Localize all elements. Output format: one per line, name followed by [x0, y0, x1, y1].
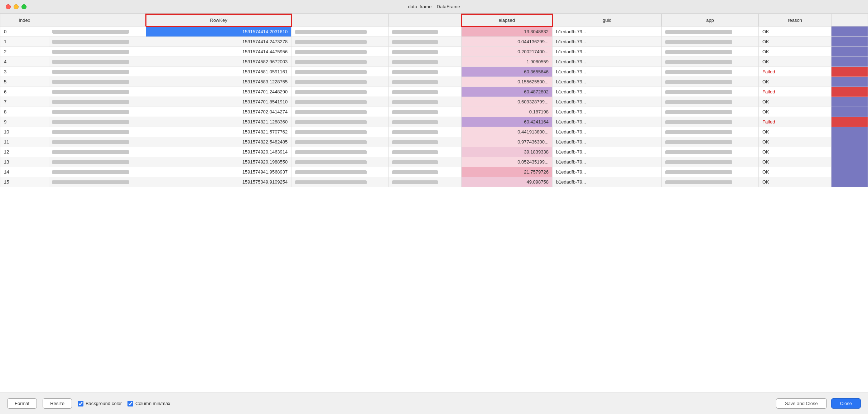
cell-reason[interactable]: OK: [758, 177, 831, 187]
cell-guid[interactable]: b1edadfb-79...: [552, 137, 661, 147]
cell-index[interactable]: 1: [0, 37, 49, 47]
cell-rowkey[interactable]: 1591575049.9109254: [146, 177, 291, 187]
cell-rowkey[interactable]: 1591574583.1228755: [146, 77, 291, 87]
table-row[interactable]: 151591575049.910925449.098758b1edadfb-79…: [0, 177, 868, 187]
cell-elapsed[interactable]: 0.441913800...: [461, 127, 552, 137]
cell-col1[interactable]: [49, 137, 146, 147]
cell-last[interactable]: [831, 37, 868, 47]
cell-last[interactable]: [831, 107, 868, 117]
cell-col3[interactable]: [389, 177, 461, 187]
cell-last[interactable]: [831, 87, 868, 97]
table-row[interactable]: 101591574821.57077620.441913800...b1edad…: [0, 127, 868, 137]
cell-app[interactable]: [661, 87, 758, 97]
cell-reason[interactable]: OK: [758, 157, 831, 167]
cell-app[interactable]: [661, 167, 758, 177]
cell-col2[interactable]: [291, 77, 389, 87]
cell-app[interactable]: [661, 47, 758, 57]
cell-col3[interactable]: [389, 26, 461, 37]
cell-elapsed[interactable]: 0.044136299...: [461, 37, 552, 47]
cell-col1[interactable]: [49, 57, 146, 67]
cell-rowkey[interactable]: 1591574581.0591161: [146, 67, 291, 77]
cell-col2[interactable]: [291, 157, 389, 167]
cell-rowkey[interactable]: 1591574701.2448290: [146, 87, 291, 97]
cell-col2[interactable]: [291, 87, 389, 97]
cell-index[interactable]: 11: [0, 137, 49, 147]
cell-reason[interactable]: OK: [758, 77, 831, 87]
cell-app[interactable]: [661, 177, 758, 187]
cell-rowkey[interactable]: 1591574701.8541910: [146, 97, 291, 107]
cell-index[interactable]: 5: [0, 77, 49, 87]
cell-last[interactable]: [831, 177, 868, 187]
cell-reason[interactable]: OK: [758, 37, 831, 47]
cell-guid[interactable]: b1edadfb-79...: [552, 167, 661, 177]
cell-reason[interactable]: Failed: [758, 67, 831, 77]
cell-index[interactable]: 8: [0, 107, 49, 117]
cell-app[interactable]: [661, 26, 758, 37]
cell-col3[interactable]: [389, 67, 461, 77]
table-row[interactable]: 31591574581.059116160.3655646b1edadfb-79…: [0, 67, 868, 77]
cell-col1[interactable]: [49, 117, 146, 127]
minimize-button[interactable]: [14, 4, 19, 9]
cell-last[interactable]: [831, 97, 868, 107]
cell-elapsed[interactable]: 13.3048832: [461, 26, 552, 37]
table-container[interactable]: Index RowKey elapsed guid app reason 015…: [0, 14, 868, 393]
cell-rowkey[interactable]: 1591574821.1288360: [146, 117, 291, 127]
cell-guid[interactable]: b1edadfb-79...: [552, 57, 661, 67]
bg-color-checkbox-label[interactable]: Background color: [78, 401, 122, 406]
cell-rowkey[interactable]: 1591574414.2473278: [146, 37, 291, 47]
cell-last[interactable]: [831, 67, 868, 77]
cell-index[interactable]: 14: [0, 167, 49, 177]
cell-index[interactable]: 15: [0, 177, 49, 187]
table-row[interactable]: 61591574701.244829060.4872802b1edadfb-79…: [0, 87, 868, 97]
cell-col1[interactable]: [49, 47, 146, 57]
cell-last[interactable]: [831, 167, 868, 177]
cell-col3[interactable]: [389, 127, 461, 137]
cell-elapsed[interactable]: 21.7579726: [461, 167, 552, 177]
cell-guid[interactable]: b1edadfb-79...: [552, 127, 661, 137]
cell-elapsed[interactable]: 1.9080559: [461, 57, 552, 67]
cell-col2[interactable]: [291, 167, 389, 177]
cell-col2[interactable]: [291, 127, 389, 137]
cell-index[interactable]: 10: [0, 127, 49, 137]
cell-col1[interactable]: [49, 167, 146, 177]
cell-index[interactable]: 6: [0, 87, 49, 97]
cell-elapsed[interactable]: 60.4872802: [461, 87, 552, 97]
cell-col3[interactable]: [389, 167, 461, 177]
cell-last[interactable]: [831, 127, 868, 137]
cell-guid[interactable]: b1edadfb-79...: [552, 157, 661, 167]
cell-guid[interactable]: b1edadfb-79...: [552, 107, 661, 117]
cell-col2[interactable]: [291, 147, 389, 157]
cell-col3[interactable]: [389, 57, 461, 67]
cell-col3[interactable]: [389, 147, 461, 157]
cell-guid[interactable]: b1edadfb-79...: [552, 26, 661, 37]
col-header-guid[interactable]: guid: [552, 14, 661, 26]
save-close-button[interactable]: Save and Close: [776, 398, 827, 409]
resize-button[interactable]: Resize: [43, 398, 72, 409]
cell-app[interactable]: [661, 57, 758, 67]
cell-rowkey[interactable]: 1591574821.5707762: [146, 127, 291, 137]
cell-app[interactable]: [661, 127, 758, 137]
cell-col3[interactable]: [389, 87, 461, 97]
cell-reason[interactable]: OK: [758, 127, 831, 137]
cell-col3[interactable]: [389, 117, 461, 127]
cell-elapsed[interactable]: 60.4241164: [461, 117, 552, 127]
table-row[interactable]: 51591574583.12287550.155625500...b1edadf…: [0, 77, 868, 87]
cell-col1[interactable]: [49, 77, 146, 87]
cell-last[interactable]: [831, 77, 868, 87]
cell-rowkey[interactable]: 1591574941.9568937: [146, 167, 291, 177]
table-row[interactable]: 131591574920.19885500.052435199...b1edad…: [0, 157, 868, 167]
cell-reason[interactable]: OK: [758, 167, 831, 177]
cell-rowkey[interactable]: 1591574582.9672003: [146, 57, 291, 67]
cell-app[interactable]: [661, 67, 758, 77]
cell-index[interactable]: 4: [0, 57, 49, 67]
cell-col1[interactable]: [49, 177, 146, 187]
cell-col1[interactable]: [49, 147, 146, 157]
close-dialog-button[interactable]: Close: [831, 398, 861, 409]
cell-rowkey[interactable]: 1591574414.2031610: [146, 26, 291, 37]
cell-col2[interactable]: [291, 107, 389, 117]
cell-col2[interactable]: [291, 37, 389, 47]
maximize-button[interactable]: [21, 4, 26, 9]
cell-col1[interactable]: [49, 37, 146, 47]
cell-guid[interactable]: b1edadfb-79...: [552, 147, 661, 157]
cell-col2[interactable]: [291, 57, 389, 67]
